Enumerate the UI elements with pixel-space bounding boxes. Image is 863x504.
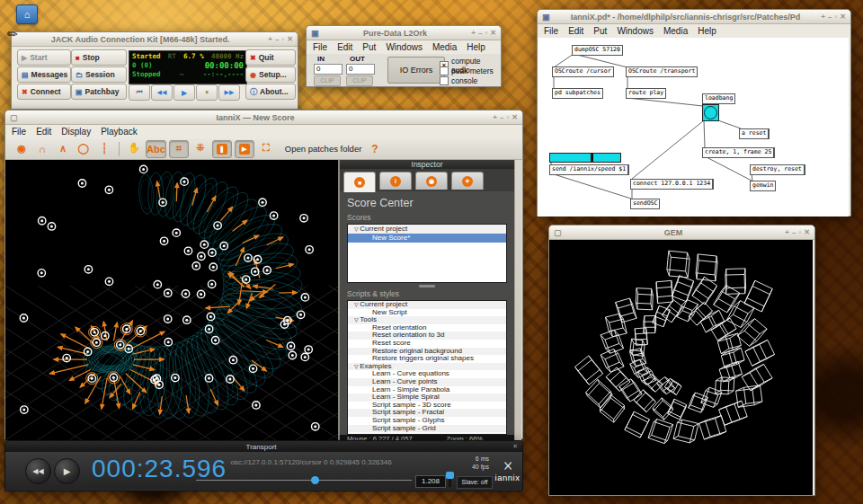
pd-titlebar[interactable]: ▣ Pure-Data L2Ork +–▫✕ — [307, 26, 501, 40]
rewind-to-start-button[interactable]: ⏮ — [129, 84, 150, 101]
menu-item[interactable]: Edit — [337, 42, 352, 52]
open-patches-folder-button[interactable]: Open patches folder — [285, 144, 362, 154]
window-scrollbar[interactable] — [514, 160, 521, 440]
rewind-button[interactable]: ◀◀ — [25, 458, 51, 484]
inspector-tab[interactable]: ◉ — [415, 172, 448, 190]
pd-obj-object[interactable]: loadbang — [702, 93, 735, 104]
pd-obj-object[interactable]: pd subpatches — [552, 88, 603, 99]
timeline-slider-knob[interactable] — [311, 476, 319, 484]
menu-item[interactable]: File — [12, 127, 26, 137]
menu-item[interactable]: Display — [61, 127, 91, 137]
start-button[interactable]: ▶Start — [17, 49, 71, 66]
toolbar-tool-icon[interactable]: ❚ — [212, 140, 232, 158]
pd-msg-object[interactable]: connect 127.0.0.1 1234 — [630, 179, 714, 190]
menu-item[interactable]: Media — [432, 42, 457, 52]
speed-slider-knob[interactable] — [446, 472, 454, 479]
window-button[interactable]: ✕ — [804, 228, 810, 236]
speed-value[interactable]: 1.208 — [415, 475, 446, 488]
menu-item[interactable]: Windows — [617, 26, 654, 36]
menu-item[interactable]: Put — [593, 26, 607, 36]
pd-obj-object[interactable]: gemwin — [750, 181, 776, 191]
window-button[interactable]: ▫ — [798, 228, 801, 236]
pd-checkbox[interactable]: console — [440, 76, 477, 85]
menu-item[interactable]: Playback — [101, 127, 138, 137]
inspector-title[interactable]: Inspector — [340, 160, 514, 169]
window-button[interactable]: – — [500, 113, 503, 121]
help-icon[interactable]: ? — [371, 143, 378, 155]
clip-in-button[interactable]: CLIP — [314, 75, 341, 86]
rewind-button[interactable]: ◀◀ — [151, 84, 173, 101]
scripts-list[interactable]: Current project New Script Tools Reset o… — [347, 300, 507, 435]
timeline-slider-track[interactable] — [196, 480, 412, 481]
window-button[interactable]: ✕ — [840, 13, 846, 21]
window-button[interactable]: ✕ — [490, 29, 496, 37]
play-button[interactable]: ▶ — [173, 84, 195, 101]
menu-item[interactable]: Put — [362, 42, 376, 52]
play-button[interactable]: ▶ — [54, 458, 80, 484]
iannix-titlebar[interactable]: ▢ IanniX — New Score +–▫✕ — [5, 111, 522, 125]
window-button[interactable]: + — [471, 29, 476, 37]
splitter-handle[interactable] — [419, 285, 435, 287]
io-errors-button[interactable]: IO Errors — [387, 57, 445, 84]
inspector-tab[interactable]: i — [379, 172, 412, 190]
slave-toggle[interactable]: Slave: off — [457, 476, 493, 489]
window-button[interactable]: ▫ — [506, 113, 509, 121]
toolbar-tool-icon[interactable]: ∧ — [54, 141, 72, 157]
hslider-object[interactable] — [549, 153, 621, 163]
pd-obj-object[interactable]: route play — [626, 88, 666, 99]
bang-object[interactable] — [702, 104, 719, 121]
close-icon[interactable]: ✕ — [512, 443, 518, 450]
toolbar-tool-icon[interactable]: ⌗ — [169, 140, 189, 158]
forward-button[interactable]: ▶▶ — [218, 84, 240, 101]
toolbar-tool-icon[interactable]: ▶ — [235, 140, 254, 158]
pause-button[interactable]: ⏸ — [196, 84, 218, 101]
toolbar-tool-icon[interactable]: ⁜ — [191, 140, 209, 156]
window-button[interactable]: + — [268, 35, 272, 43]
menu-item[interactable]: Media — [663, 26, 688, 36]
list-item[interactable]: New Score* — [348, 234, 506, 243]
quit-button[interactable]: ✖Quit — [245, 49, 296, 66]
pd-obj-object[interactable]: OSCroute /transport — [626, 66, 698, 77]
stop-button[interactable]: ■Stop — [71, 49, 127, 66]
menu-item[interactable]: File — [313, 42, 327, 52]
menu-item[interactable]: Windows — [386, 42, 423, 52]
jack-titlebar[interactable]: JACK Audio Connection Kit [M66-48k] Star… — [12, 32, 298, 47]
gem-titlebar[interactable]: ▢ GEM +–▫✕ — [549, 225, 814, 240]
window-button[interactable]: – — [828, 13, 832, 21]
session-button[interactable]: 🗀Session — [71, 66, 127, 83]
window-button[interactable]: ▫ — [281, 35, 284, 43]
pd-msg-object[interactable]: destroy, reset — [750, 164, 805, 175]
window-button[interactable]: ▫ — [485, 29, 487, 37]
out-meter-value[interactable]: 0 — [346, 64, 375, 75]
window-button[interactable]: ✕ — [287, 35, 293, 43]
desktop-home-icon[interactable]: ⌂ — [16, 4, 38, 24]
window-button[interactable]: – — [275, 35, 279, 43]
pd-checkbox[interactable]: peak meters — [440, 66, 494, 75]
in-meter-value[interactable]: 0 — [314, 64, 343, 75]
window-button[interactable]: ▫ — [834, 13, 837, 21]
menu-item[interactable]: File — [544, 26, 558, 36]
score-canvas[interactable] — [5, 160, 338, 440]
window-button[interactable]: – — [792, 228, 796, 236]
patchbay-button[interactable]: ▣Patchbay — [71, 84, 127, 100]
menu-item[interactable]: Edit — [36, 127, 51, 137]
connect-button[interactable]: ✖Connect — [17, 84, 71, 100]
toolbar-tool-icon[interactable]: ⛶ — [257, 140, 275, 156]
inspector-tab[interactable]: ✦ — [451, 172, 484, 190]
list-item[interactable]: Script sample - Grid — [348, 425, 506, 433]
toolbar-tool-icon[interactable]: ✋ — [125, 140, 143, 156]
menu-item[interactable]: Edit — [568, 26, 583, 36]
pd-obj-object[interactable]: dumpOSC 57120 — [572, 45, 623, 56]
patch-canvas[interactable]: dumpOSC 57120OSCroute /cursorOSCroute /t… — [538, 38, 849, 217]
toolbar-tool-icon[interactable]: Abc — [146, 140, 166, 158]
pd-obj-object[interactable]: sendOSC — [630, 199, 660, 209]
speed-slider[interactable] — [449, 472, 451, 487]
menu-item[interactable]: Help — [467, 42, 485, 52]
about-button[interactable]: ⓘAbout... — [245, 84, 296, 100]
inspector-tab[interactable]: ■ — [343, 172, 376, 192]
window-button[interactable]: + — [785, 228, 789, 236]
window-button[interactable]: + — [821, 13, 825, 21]
pd-msg-object[interactable]: send /iannix/speed $1 — [549, 164, 629, 175]
transport-titlebar[interactable]: Transport ✕ — [5, 441, 522, 452]
window-button[interactable]: ✕ — [512, 113, 518, 121]
